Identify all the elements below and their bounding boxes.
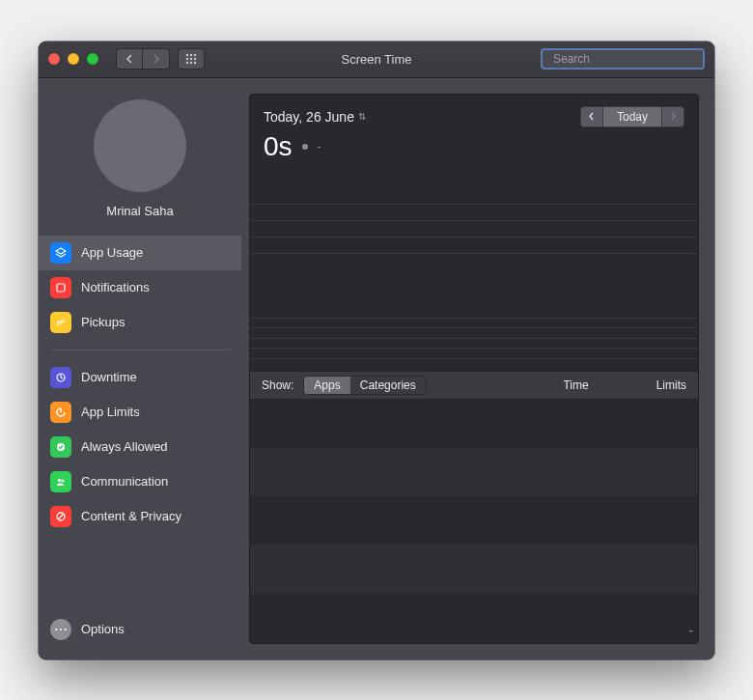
show-all-button[interactable]	[178, 48, 205, 70]
sidebar-item-app-usage[interactable]: App Usage	[39, 236, 241, 270]
sidebar: Mrinal Saha App Usage Notifications	[39, 78, 241, 659]
sidebar-item-communication[interactable]: Communication	[39, 464, 241, 499]
show-label: Show:	[262, 378, 293, 392]
body: Mrinal Saha App Usage Notifications	[39, 78, 714, 659]
svg-point-4	[190, 58, 192, 60]
sidebar-item-label: Notifications	[81, 280, 150, 294]
sort-icon: ⇅	[358, 111, 366, 122]
resize-indicator: -	[688, 623, 693, 638]
app-limits-icon	[50, 402, 71, 423]
today-button[interactable]: Today	[603, 106, 661, 127]
content-privacy-icon	[50, 506, 71, 527]
table-header: Show: Apps Categories Time Limits	[250, 371, 698, 400]
svg-point-8	[194, 62, 196, 64]
app-usage-icon	[50, 242, 71, 264]
usage-chart	[250, 168, 698, 371]
sidebar-item-always-allowed[interactable]: Always Allowed	[39, 430, 241, 464]
legend-dot-icon	[302, 144, 308, 150]
search-field[interactable]	[541, 48, 705, 70]
fullscreen-window-button[interactable]	[87, 53, 98, 65]
toggle-apps[interactable]: Apps	[304, 377, 349, 394]
sidebar-item-pickups[interactable]: Pickups	[39, 305, 241, 340]
preferences-window: Screen Time Mrinal Saha App Usage	[39, 42, 714, 659]
chevron-right-icon	[153, 54, 160, 64]
column-time: Time	[563, 378, 588, 392]
search-input[interactable]	[553, 52, 698, 66]
avatar	[94, 99, 186, 192]
toggle-categories[interactable]: Categories	[350, 377, 426, 394]
usage-panel: Today, 26 June ⇅ Today	[249, 94, 699, 644]
column-limits: Limits	[656, 378, 686, 392]
profile-area: Mrinal Saha	[39, 99, 241, 236]
grid-icon	[185, 53, 197, 65]
sidebar-item-content-privacy[interactable]: Content & Privacy	[39, 499, 241, 534]
downtime-icon	[50, 367, 71, 388]
next-day-button[interactable]	[661, 106, 684, 127]
svg-point-6	[186, 62, 188, 64]
sidebar-item-label: Downtime	[81, 370, 137, 384]
date-selector[interactable]: Today, 26 June ⇅	[264, 109, 366, 125]
sidebar-item-label: Content & Privacy	[81, 509, 181, 523]
svg-point-0	[186, 54, 188, 56]
notifications-icon	[50, 277, 71, 298]
sidebar-item-label: Communication	[81, 474, 168, 489]
nav-buttons	[116, 48, 170, 70]
date-label-text: Today, 26 June	[264, 109, 354, 125]
sidebar-item-options[interactable]: ⋯ Options	[39, 605, 241, 659]
back-button[interactable]	[116, 48, 143, 70]
svg-point-5	[194, 58, 196, 60]
svg-rect-11	[57, 284, 65, 292]
chevron-right-icon	[670, 112, 677, 121]
communication-icon	[50, 471, 71, 492]
today-button-label: Today	[617, 110, 648, 124]
svg-line-17	[58, 514, 64, 519]
total-time: 0s -	[264, 131, 684, 162]
legend-dash: -	[318, 140, 321, 154]
sidebar-item-downtime[interactable]: Downtime	[39, 360, 241, 395]
always-allowed-icon	[50, 436, 71, 458]
username-label: Mrinal Saha	[106, 204, 173, 218]
total-time-value: 0s	[264, 131, 293, 162]
sidebar-item-label: App Limits	[81, 405, 140, 419]
prev-day-button[interactable]	[580, 106, 603, 127]
sidebar-separator	[50, 350, 230, 350]
panel-header: Today, 26 June ⇅ Today	[250, 95, 698, 162]
sidebar-item-label: App Usage	[81, 245, 143, 260]
sidebar-item-notifications[interactable]: Notifications	[39, 270, 241, 305]
sidebar-item-label: Pickups	[81, 315, 126, 329]
titlebar: Screen Time	[39, 42, 714, 78]
window-controls	[48, 53, 98, 65]
table-row	[250, 546, 698, 594]
minimize-window-button[interactable]	[68, 53, 79, 65]
table-rows	[250, 400, 698, 643]
forward-button[interactable]	[143, 48, 170, 70]
svg-point-7	[190, 62, 192, 64]
table-row	[250, 496, 698, 545]
table-row	[250, 448, 698, 496]
main-content: Today, 26 June ⇅ Today	[241, 78, 714, 659]
view-toggle: Apps Categories	[303, 376, 426, 395]
svg-point-2	[194, 54, 196, 56]
close-window-button[interactable]	[48, 53, 60, 65]
options-icon: ⋯	[50, 619, 71, 640]
sidebar-item-label: Options	[81, 622, 125, 636]
chevron-left-icon	[588, 112, 595, 121]
sidebar-list: App Usage Notifications Pickups	[39, 236, 241, 534]
svg-point-3	[186, 58, 188, 60]
svg-point-15	[62, 479, 65, 482]
table-row	[250, 594, 698, 642]
table-row	[250, 400, 698, 448]
svg-point-14	[58, 478, 62, 482]
svg-point-1	[190, 54, 192, 56]
date-nav-group: Today	[580, 106, 684, 127]
sidebar-item-app-limits[interactable]: App Limits	[39, 395, 241, 430]
pickups-icon	[50, 312, 71, 333]
chevron-left-icon	[126, 54, 133, 64]
sidebar-item-label: Always Allowed	[81, 439, 168, 454]
